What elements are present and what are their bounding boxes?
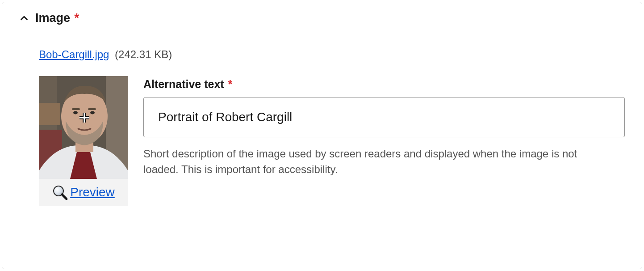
magnifier-icon (52, 185, 67, 200)
alt-text-label: Alternative text * (143, 78, 625, 91)
section-header: Image * (19, 11, 625, 25)
alt-text-input[interactable] (143, 97, 625, 137)
file-size: (242.31 KB) (115, 48, 172, 60)
image-row: Preview Alternative text * Short descrip… (39, 76, 625, 206)
file-line: Bob-Cargill.jpg (242.31 KB) (39, 48, 625, 61)
portrait-placeholder (39, 76, 128, 179)
svg-rect-9 (72, 108, 80, 110)
svg-line-16 (62, 195, 67, 199)
preview-bar: Preview (39, 179, 128, 206)
section-title: Image * (35, 11, 79, 25)
image-thumbnail[interactable] (39, 76, 128, 179)
section-body: Bob-Cargill.jpg (242.31 KB) (19, 48, 625, 206)
preview-link[interactable]: Preview (70, 185, 115, 199)
svg-rect-3 (39, 103, 60, 125)
file-name-link[interactable]: Bob-Cargill.jpg (39, 48, 109, 60)
alt-text-label-text: Alternative text (143, 78, 224, 90)
alt-text-field: Alternative text * Short description of … (143, 76, 625, 178)
svg-point-8 (90, 111, 95, 114)
section-title-text: Image (35, 11, 70, 25)
required-indicator: * (75, 11, 79, 25)
thumbnail-column: Preview (39, 76, 128, 206)
collapse-toggle[interactable] (19, 13, 29, 23)
required-indicator: * (228, 78, 233, 90)
svg-point-7 (73, 111, 78, 114)
alt-text-help: Short description of the image used by s… (143, 146, 594, 178)
image-field-panel: Image * Bob-Cargill.jpg (242.31 KB) (2, 2, 642, 269)
chevron-up-icon (19, 13, 29, 23)
svg-rect-10 (88, 108, 96, 110)
